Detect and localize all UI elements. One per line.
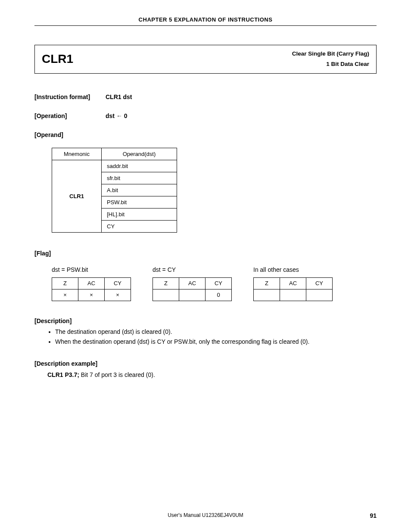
table-row: 0	[153, 289, 232, 301]
flag-col-z: Z	[153, 277, 179, 289]
flag-col-cy: CY	[105, 277, 131, 289]
operand-cell: saddr.bit	[102, 160, 177, 172]
footer-center-text: User's Manual U12326EJ4V0UM	[34, 512, 377, 518]
example-text: Bit 7 of port 3 is cleared (0).	[79, 371, 155, 378]
flag-val-ac	[179, 289, 206, 301]
instruction-title-right: Clear Single Bit (Carry Flag) 1 Bit Data…	[292, 49, 369, 70]
instruction-title-box: CLR1 Clear Single Bit (Carry Flag) 1 Bit…	[34, 45, 377, 74]
flag-col-cy: CY	[306, 277, 333, 289]
flag-caption: dst = CY	[153, 266, 232, 273]
flag-table: Z AC CY 0	[153, 277, 232, 301]
flag-caption: In all other cases	[253, 266, 333, 273]
example-label: [Description example]	[34, 360, 377, 367]
flag-row: dst = PSW.bit Z AC CY × × × dst = CY	[52, 266, 377, 301]
flag-val-ac	[280, 289, 306, 301]
flag-section: [Flag] dst = PSW.bit Z AC CY × × ×	[34, 250, 377, 301]
description-list: The destination operand (dst) is cleared…	[34, 327, 377, 348]
operand-label: [Operand]	[34, 131, 377, 138]
operation-label: [Operation]	[34, 112, 106, 119]
operation-value: dst ← 0	[106, 112, 128, 119]
flag-group-cy: dst = CY Z AC CY 0	[153, 266, 232, 301]
flag-val-z	[153, 289, 179, 301]
flag-group-other: In all other cases Z AC CY	[253, 266, 333, 301]
operand-cell: sfr.bit	[102, 172, 177, 184]
chapter-header: CHAPTER 5 EXPLANATION OF INSTRUCTIONS	[34, 16, 377, 26]
flag-col-z: Z	[52, 277, 78, 289]
page-footer: User's Manual U12326EJ4V0UM 91	[34, 512, 377, 519]
operand-header-mnemonic: Mnemonic	[52, 148, 102, 160]
flag-col-ac: AC	[179, 277, 206, 289]
instruction-format-value: CLR1 dst	[106, 93, 132, 100]
instruction-subtitle: 1 Bit Data Clear	[292, 59, 369, 69]
table-row	[254, 289, 333, 301]
operand-header-operand: Operand(dst)	[102, 148, 177, 160]
flag-val-cy: ×	[105, 289, 131, 301]
list-item: The destination operand (dst) is cleared…	[55, 327, 377, 337]
operand-cell: [HL].bit	[102, 208, 177, 220]
instruction-title: Clear Single Bit (Carry Flag)	[292, 49, 369, 59]
operand-mnemonic-cell: CLR1	[52, 160, 102, 232]
table-row: Z AC CY	[52, 277, 131, 289]
page: CHAPTER 5 EXPLANATION OF INSTRUCTIONS CL…	[0, 0, 411, 532]
flag-val-cy: 0	[206, 289, 232, 301]
description-label: [Description]	[34, 317, 377, 324]
operand-table: Mnemonic Operand(dst) CLR1 saddr.bit sfr…	[52, 148, 177, 233]
page-number: 91	[370, 512, 377, 519]
example-code: CLR1 P3.7;	[47, 371, 79, 378]
operation-row: [Operation] dst ← 0	[34, 112, 377, 119]
instruction-format-row: [Instruction format] CLR1 dst	[34, 93, 377, 100]
instruction-format-label: [Instruction format]	[34, 93, 106, 100]
table-row: Z AC CY	[254, 277, 333, 289]
table-row: CLR1 saddr.bit	[52, 160, 177, 172]
table-row: Mnemonic Operand(dst)	[52, 148, 177, 160]
flag-col-z: Z	[254, 277, 280, 289]
flag-caption: dst = PSW.bit	[52, 266, 131, 273]
flag-table: Z AC CY	[253, 277, 333, 301]
example-line: CLR1 P3.7; Bit 7 of port 3 is cleared (0…	[47, 371, 377, 378]
operand-cell: CY	[102, 220, 177, 232]
table-row: × × ×	[52, 289, 131, 301]
operand-cell: A.bit	[102, 184, 177, 196]
table-row: Z AC CY	[153, 277, 232, 289]
instruction-mnemonic: CLR1	[42, 52, 73, 66]
flag-val-z	[254, 289, 280, 301]
flag-col-ac: AC	[280, 277, 306, 289]
list-item: When the destination operand (dst) is CY…	[55, 337, 377, 347]
flag-label: [Flag]	[34, 250, 377, 257]
flag-val-ac: ×	[78, 289, 105, 301]
flag-table: Z AC CY × × ×	[52, 277, 131, 301]
flag-val-z: ×	[52, 289, 78, 301]
flag-val-cy	[306, 289, 333, 301]
flag-group-pswbit: dst = PSW.bit Z AC CY × × ×	[52, 266, 131, 301]
flag-col-ac: AC	[78, 277, 105, 289]
operand-cell: PSW.bit	[102, 196, 177, 208]
flag-col-cy: CY	[206, 277, 232, 289]
